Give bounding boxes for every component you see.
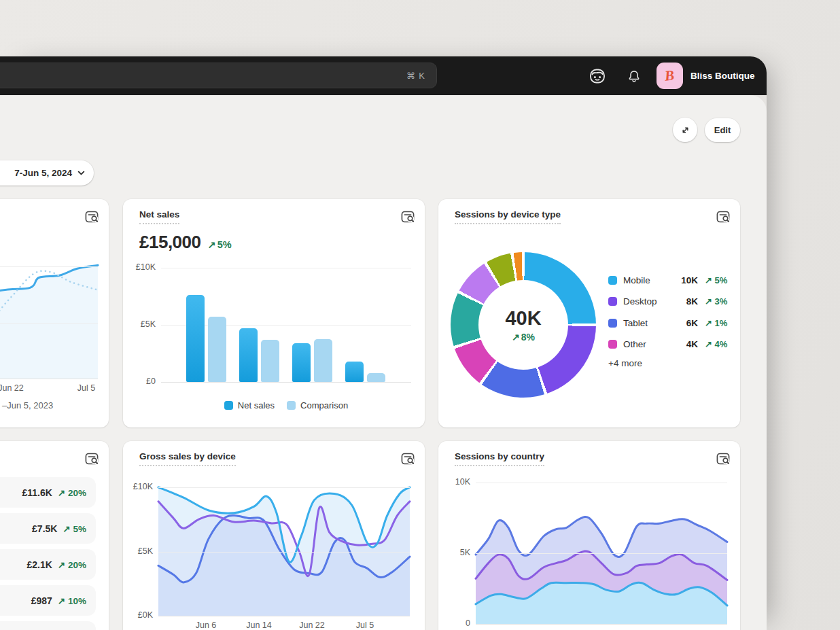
device-change: ↗ 5% xyxy=(698,275,728,285)
device-change: ↗ 4% xyxy=(698,339,728,349)
trend-up-icon: ↗ xyxy=(207,239,215,250)
list-item-value: £11.6K xyxy=(22,487,52,498)
search-input[interactable]: ⌘ K xyxy=(0,63,437,88)
metric-list: £11.6K↗ 20%£7.5K↗ 5%£2.1K↗ 20%£987↗ 10% xyxy=(0,477,96,630)
donut-legend: Mobile10K↗ 5%Desktop8K↗ 3%Tablet6K↗ 1%Ot… xyxy=(608,273,728,368)
list-item-change: ↗ 10% xyxy=(58,595,86,606)
x-axis-label: Jun 14 xyxy=(237,620,281,630)
view-report-icon[interactable] xyxy=(716,451,731,466)
list-item-change: ↗ 20% xyxy=(58,487,86,498)
legend-swatch xyxy=(287,401,296,410)
trend-up-icon: ↗ xyxy=(512,332,520,343)
donut-legend-row: Desktop8K↗ 3% xyxy=(608,294,728,309)
net-sales-bar xyxy=(186,295,205,382)
y-axis-label: 0 xyxy=(440,618,470,628)
net-sales-bar xyxy=(292,343,311,382)
gridline xyxy=(158,616,410,616)
list-item-value: £7.5K xyxy=(32,523,57,534)
net-sales-change: ↗5% xyxy=(207,239,231,250)
comparison-period-caption: –Jun 5, 2023 xyxy=(2,400,53,410)
device-type-donut-chart: 40K ↗8% xyxy=(451,252,596,398)
donut-legend-row: Tablet6K↗ 1% xyxy=(608,315,728,330)
gridline xyxy=(0,379,98,379)
avatar-letter: B xyxy=(664,67,676,84)
list-item[interactable]: £2.1K↗ 20% xyxy=(0,549,96,580)
sessions-total: 40K xyxy=(505,307,541,330)
net-sales-value: £15,000 xyxy=(139,232,200,253)
more-segments-label[interactable]: +4 more xyxy=(608,358,728,368)
x-axis-label: Jul 5 xyxy=(65,383,108,393)
legend-item: Comparison xyxy=(287,400,348,410)
x-axis-label: Jun 22 xyxy=(0,383,33,393)
y-axis-label: £10K xyxy=(126,262,156,272)
legend-item: Net sales xyxy=(224,400,275,410)
list-item-value: £2.1K xyxy=(27,559,52,570)
search-shortcut-hint: ⌘ K xyxy=(406,63,425,88)
card-title[interactable]: Gross sales by device xyxy=(139,451,236,466)
view-report-icon[interactable] xyxy=(84,209,99,224)
comparison-bar xyxy=(367,373,385,382)
expand-dashboard-button[interactable] xyxy=(673,118,697,142)
dashboard-panel: Edit 7-Jun 5, 2024 Jun 22Jul 5 xyxy=(0,95,767,630)
card-title[interactable]: Sessions by device type xyxy=(455,209,561,224)
expand-diagonal-icon xyxy=(680,124,691,136)
date-range-label: 7-Jun 5, 2024 xyxy=(14,168,72,178)
y-axis-label: £0K xyxy=(123,610,153,620)
gridline xyxy=(161,382,411,383)
y-axis-label: £5K xyxy=(123,546,153,556)
net-sales-bar xyxy=(239,328,258,382)
view-report-icon[interactable] xyxy=(716,209,731,224)
notifications-bell-icon[interactable] xyxy=(627,69,642,84)
donut-legend-row: Mobile10K↗ 5% xyxy=(608,273,728,287)
store-name[interactable]: Bliss Boutique xyxy=(690,56,755,95)
comparison-bar xyxy=(261,340,279,382)
admin-window: ⌘ K B Bliss Boutique xyxy=(0,56,767,630)
view-report-icon[interactable] xyxy=(84,451,99,466)
gridline xyxy=(0,323,98,323)
x-axis-label: Jun 6 xyxy=(184,620,228,630)
device-value: 4K xyxy=(673,339,698,349)
device-value: 6K xyxy=(673,318,698,328)
device-change: ↗ 3% xyxy=(698,296,728,307)
view-report-icon[interactable] xyxy=(400,451,415,466)
net-sales-bar xyxy=(345,362,364,382)
comparison-bar xyxy=(208,317,226,382)
overview-metric-card: Jun 22Jul 5 –Jun 5, 2023 xyxy=(0,199,109,427)
country-area-chart: 10K5K0 xyxy=(476,483,727,624)
gridline xyxy=(0,266,98,267)
card-title[interactable]: Sessions by country xyxy=(455,451,544,466)
card-title[interactable]: Net sales xyxy=(139,209,179,224)
list-item[interactable]: £11.6K↗ 20% xyxy=(0,477,96,508)
sessions-by-country-card: Sessions by country 10K5K0 xyxy=(438,441,740,630)
top-navbar: ⌘ K B Bliss Boutique xyxy=(0,56,767,95)
store-avatar[interactable]: B xyxy=(657,63,683,89)
list-item[interactable]: £7.5K↗ 5% xyxy=(0,513,96,544)
y-axis-label: £0 xyxy=(126,377,156,386)
sidekick-assistant-icon[interactable] xyxy=(589,67,606,85)
list-item[interactable]: £987↗ 10% xyxy=(0,585,96,616)
chevron-down-icon xyxy=(77,169,86,177)
net-sales-bar-chart: £10K£5K£0 xyxy=(161,268,411,382)
device-label: Other xyxy=(623,339,673,349)
device-label: Tablet xyxy=(623,318,673,328)
gridline xyxy=(476,553,727,554)
device-change: ↗ 1% xyxy=(698,318,728,328)
list-item-value: £987 xyxy=(31,595,52,606)
y-axis-label: £10K xyxy=(123,482,153,491)
device-label: Mobile xyxy=(623,275,673,285)
y-axis-label: 10K xyxy=(440,477,470,487)
view-report-icon[interactable] xyxy=(400,209,415,224)
device-label: Desktop xyxy=(623,296,673,307)
chart-legend: Net salesComparison xyxy=(161,400,411,410)
donut-legend-row: Other4K↗ 4% xyxy=(608,337,728,352)
date-range-picker[interactable]: 7-Jun 5, 2024 xyxy=(0,160,94,186)
legend-swatch xyxy=(224,401,233,410)
edit-button[interactable]: Edit xyxy=(705,118,740,142)
y-axis-label: £5K xyxy=(126,319,156,329)
list-item[interactable] xyxy=(0,621,96,630)
list-item-change: ↗ 5% xyxy=(63,523,86,534)
sessions-change: ↗8% xyxy=(512,332,535,343)
gridline xyxy=(476,483,727,483)
gridline xyxy=(161,268,411,268)
device-value: 10K xyxy=(673,275,698,285)
